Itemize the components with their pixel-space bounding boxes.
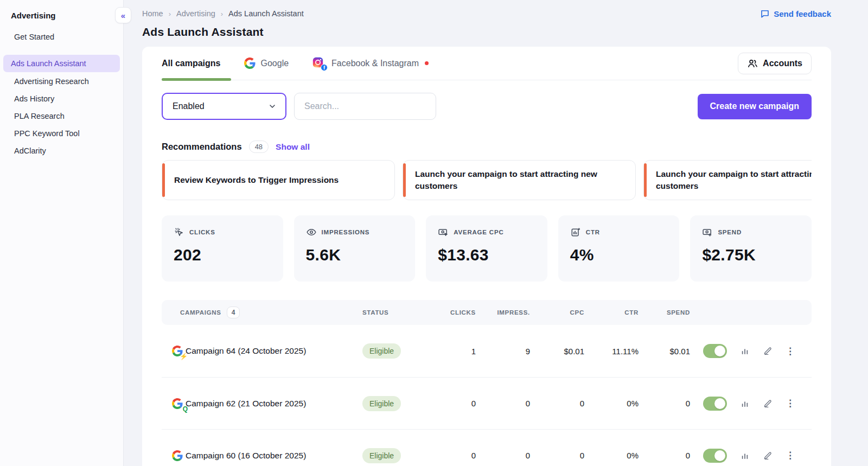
cell-ctr: 11.11% xyxy=(593,347,647,356)
recommendations-count-badge: 48 xyxy=(249,141,269,153)
table-row: ⚡ Campaign 64 (24 October 2025) Eligible… xyxy=(162,325,812,377)
campaign-enabled-toggle[interactable] xyxy=(703,449,727,463)
more-options-icon[interactable]: ⋮ xyxy=(786,398,795,409)
sidebar-item-advertising-research[interactable]: Advertising Research xyxy=(3,73,120,90)
stat-card-impressions: IMPRESSIONS 5.6K xyxy=(294,215,416,282)
cell-impressions: 9 xyxy=(484,347,539,356)
stat-card-spend: SPEND $2.75K xyxy=(690,215,812,282)
cell-clicks: 0 xyxy=(433,399,484,408)
campaign-name[interactable]: Campaign 64 (24 October 2025) xyxy=(186,346,362,356)
statistics-icon[interactable] xyxy=(740,451,750,461)
campaign-enabled-toggle[interactable] xyxy=(703,344,727,358)
people-icon xyxy=(747,58,758,69)
recommendation-text: Review Keywords to Trigger Impressions xyxy=(174,174,339,186)
google-logo-icon xyxy=(244,58,256,69)
campaign-enabled-toggle[interactable] xyxy=(703,397,727,411)
stat-card-average-cpc: AVERAGE CPC $13.63 xyxy=(426,215,547,282)
recommendations-title: Recommendations xyxy=(162,142,242,152)
stat-value-impressions: 5.6K xyxy=(306,246,404,264)
sidebar-item-pla-research[interactable]: PLA Research xyxy=(3,108,120,124)
page-title: Ads Launch Assistant xyxy=(142,25,831,39)
cell-clicks: 1 xyxy=(433,347,484,356)
row-controls: ⋮ xyxy=(699,449,812,463)
stat-label: CTR xyxy=(586,229,600,235)
cell-ctr: 0% xyxy=(593,451,647,460)
recommendation-accent-bar xyxy=(644,163,647,197)
filter-row: Enabled Create new campaign xyxy=(162,93,812,120)
lightning-bolt-icon: ⚡ xyxy=(180,353,188,360)
column-impressions: IMPRESS. xyxy=(484,309,539,316)
tab-facebook-instagram[interactable]: f Facebook & Instagram xyxy=(312,47,429,80)
cell-impressions: 0 xyxy=(484,451,539,460)
statistics-icon[interactable] xyxy=(740,346,750,356)
accounts-button[interactable]: Accounts xyxy=(738,53,812,74)
collapse-sidebar-icon: « xyxy=(121,11,125,20)
tab-google-label: Google xyxy=(260,59,289,68)
column-spend: SPEND xyxy=(647,309,699,316)
eye-icon xyxy=(306,227,317,238)
recommendation-accent-bar xyxy=(403,163,406,197)
stat-card-ctr: CTR 4% xyxy=(558,215,680,282)
table-row: Campaign 60 (16 October 2025) Eligible 0… xyxy=(162,429,812,466)
cell-clicks: 0 xyxy=(433,451,484,460)
cell-spend: 0 xyxy=(647,451,699,460)
breadcrumb-advertising[interactable]: Advertising xyxy=(176,9,215,18)
google-campaign-icon: Q xyxy=(169,397,186,411)
edit-pencil-icon[interactable] xyxy=(763,346,773,356)
active-tab-underline xyxy=(162,78,231,81)
stat-value-clicks: 202 xyxy=(174,246,271,264)
main-content: Home › Advertising › Ads Launch Assistan… xyxy=(124,0,868,466)
tab-facebook-instagram-label: Facebook & Instagram xyxy=(331,59,419,68)
status-badge: Eligible xyxy=(362,448,401,463)
stat-value-ctr: 4% xyxy=(570,246,668,264)
bar-chart-icon xyxy=(570,227,581,238)
row-controls: ⋮ xyxy=(699,397,812,411)
cell-cpc: 0 xyxy=(539,451,593,460)
table-row: Q Campaign 62 (21 October 2025) Eligible… xyxy=(162,377,812,429)
show-all-link[interactable]: Show all xyxy=(276,142,310,152)
tab-all-campaigns[interactable]: All campaigns xyxy=(162,47,220,80)
sidebar-item-ppc-keyword-tool[interactable]: PPC Keyword Tool xyxy=(3,125,120,142)
status-filter-value: Enabled xyxy=(173,101,205,111)
collapse-sidebar-button[interactable]: « xyxy=(115,7,131,23)
recommendation-text: Launch your campaign to start attracting… xyxy=(656,168,812,193)
notification-dot xyxy=(425,61,429,65)
edit-pencil-icon[interactable] xyxy=(763,451,773,461)
more-options-icon[interactable]: ⋮ xyxy=(786,346,795,357)
cell-impressions: 0 xyxy=(484,399,539,408)
edit-pencil-icon[interactable] xyxy=(763,399,773,408)
sidebar-title: Advertising xyxy=(0,9,123,28)
cursor-click-icon xyxy=(174,227,184,238)
column-campaigns: CAMPAIGNS xyxy=(180,309,221,316)
cell-ctr: 0% xyxy=(593,399,647,408)
more-options-icon[interactable]: ⋮ xyxy=(786,450,795,461)
create-new-campaign-button[interactable]: Create new campaign xyxy=(698,94,812,119)
stat-card-clicks: CLICKS 202 xyxy=(162,215,283,282)
sidebar-item-ads-history[interactable]: Ads History xyxy=(3,91,120,107)
google-campaign-icon xyxy=(169,449,186,463)
search-input[interactable] xyxy=(294,93,436,120)
column-ctr: CTR xyxy=(593,309,647,316)
recommendation-card[interactable]: Review Keywords to Trigger Impressions xyxy=(162,160,395,200)
column-status: STATUS xyxy=(362,309,433,316)
platform-tabs: All campaigns Google f Facebook & Instag… xyxy=(162,47,812,80)
search-q-icon: Q xyxy=(183,405,188,413)
sidebar: Advertising Get Started Ads Launch Assis… xyxy=(0,0,124,466)
campaign-name[interactable]: Campaign 62 (21 October 2025) xyxy=(186,399,362,408)
statistics-icon[interactable] xyxy=(740,399,750,408)
sidebar-item-adclarity[interactable]: AdClarity xyxy=(3,143,120,159)
sidebar-item-ads-launch-assistant[interactable]: Ads Launch Assistant xyxy=(3,55,120,72)
status-filter-select[interactable]: Enabled xyxy=(162,93,286,120)
breadcrumb-current: Ads Launch Assistant xyxy=(228,9,304,18)
money-cursor-icon xyxy=(438,227,449,238)
sidebar-item-get-started[interactable]: Get Started xyxy=(3,29,120,45)
stat-label: IMPRESSIONS xyxy=(322,229,370,235)
facebook-f-icon: f xyxy=(321,64,328,71)
breadcrumb-home[interactable]: Home xyxy=(142,9,163,18)
send-feedback-button[interactable]: Send feedback xyxy=(760,9,831,18)
campaign-name[interactable]: Campaign 60 (16 October 2025) xyxy=(186,451,362,461)
cell-spend: $0.01 xyxy=(647,347,699,356)
recommendation-card[interactable]: Launch your campaign to start attracting… xyxy=(643,160,812,200)
tab-google[interactable]: Google xyxy=(244,47,289,80)
recommendation-card[interactable]: Launch your campaign to start attracting… xyxy=(403,160,636,200)
